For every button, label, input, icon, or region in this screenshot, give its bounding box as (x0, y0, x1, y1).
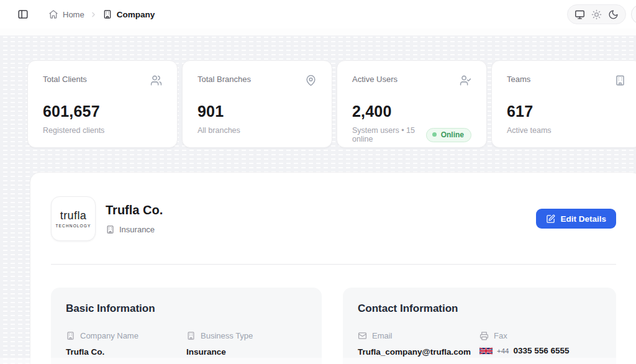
company-logo-wordmark: trufla (60, 210, 86, 221)
stat-title: Teams (507, 75, 530, 84)
stat-card-teams: Teams 617 Active teams (491, 60, 636, 148)
stat-value: 901 (198, 102, 317, 121)
divider (51, 264, 616, 265)
field-label-text: Email (372, 331, 393, 340)
users-icon (150, 75, 162, 86)
online-dot-icon (432, 132, 437, 137)
field-fax: Fax (479, 331, 601, 357)
field-email: Email Trufla_company@trufla.com (358, 331, 479, 357)
monitor-icon (575, 9, 585, 20)
field-company-name: Company Name Trufla Co. (66, 331, 186, 357)
stat-title: Active Users (352, 75, 398, 84)
breadcrumb-home-label: Home (63, 10, 84, 19)
theme-dark-button[interactable] (606, 7, 620, 22)
breadcrumb-current-label: Company (117, 10, 155, 19)
sidebar-toggle-button[interactable] (15, 6, 31, 22)
stat-card-total-branches: Total Branches 901 All branches (182, 60, 332, 148)
field-label-text: Fax (494, 331, 507, 340)
field-value-text: Trufla_company@trufla.com (358, 347, 479, 357)
field-label-text: Business Type (201, 331, 253, 340)
bottom-fade (0, 358, 636, 364)
building-icon (106, 225, 115, 234)
uk-flag-icon (479, 347, 493, 355)
building-icon (186, 331, 196, 340)
stat-card-active-users: Active Users 2,400 System users • 15 onl… (337, 60, 487, 148)
edit-pen-icon (546, 214, 555, 224)
user-check-icon (460, 75, 471, 86)
fax-country-code: +44 (497, 347, 509, 355)
contact-information-title: Contact Information (358, 303, 601, 315)
stat-title: Total Clients (43, 75, 87, 84)
theme-switcher (567, 4, 626, 24)
contact-information-card: Contact Information Email Trufla_company… (343, 288, 616, 364)
basic-information-card: Basic Information Company Name Trufla Co… (51, 288, 322, 364)
breadcrumb-home[interactable]: Home (48, 9, 84, 19)
edit-details-label: Edit Details (560, 214, 606, 224)
stat-value: 617 (507, 102, 626, 121)
printer-icon (479, 331, 489, 340)
stat-subtitle: System users • 15 online (352, 126, 420, 143)
mail-icon (358, 331, 367, 340)
chevron-right-icon (89, 11, 98, 19)
stat-title: Total Branches (198, 75, 251, 84)
theme-light-button[interactable] (589, 7, 604, 22)
sun-icon (591, 9, 602, 20)
breadcrumb: Home Company (48, 9, 155, 19)
company-header: trufla TECHNOLOGY Trufla Co. Insurance E… (51, 196, 616, 241)
company-logo: trufla TECHNOLOGY (51, 196, 96, 241)
top-bar-actions (567, 4, 626, 24)
building-icon (66, 331, 75, 340)
building-icon (102, 9, 112, 19)
edit-details-button[interactable]: Edit Details (536, 209, 616, 229)
panel-left-icon (17, 9, 29, 20)
stat-value: 2,400 (352, 102, 471, 121)
field-label-text: Company Name (80, 331, 139, 340)
top-bar: Home Company (0, 0, 636, 29)
field-value-text: Insurance (186, 347, 307, 357)
moon-icon (608, 9, 619, 20)
stat-value: 601,657 (43, 102, 162, 121)
company-logo-subtext: TECHNOLOGY (55, 224, 91, 228)
field-value-text: 0335 556 6555 (514, 346, 570, 355)
company-type-label: Insurance (119, 225, 155, 234)
theme-system-button[interactable] (573, 7, 587, 22)
home-icon (48, 9, 58, 19)
stats-row: Total Clients 601,657 Registered clients… (27, 60, 636, 148)
basic-information-title: Basic Information (66, 303, 307, 315)
stat-card-total-clients: Total Clients 601,657 Registered clients (27, 60, 178, 148)
stat-subtitle: Active teams (507, 126, 552, 135)
stat-subtitle: All branches (198, 126, 240, 135)
company-name: Trufla Co. (106, 203, 163, 217)
header-lower-strip (0, 29, 636, 35)
map-pin-icon (305, 75, 317, 86)
company-card: trufla TECHNOLOGY Trufla Co. Insurance E… (30, 172, 636, 364)
status-badge-online: Online (426, 128, 471, 142)
online-badge-label: Online (441, 130, 464, 139)
building-icon (614, 75, 626, 86)
stat-subtitle: Registered clients (43, 126, 104, 135)
field-business-type: Business Type Insurance (186, 331, 307, 357)
field-value-text: Trufla Co. (66, 347, 186, 357)
breadcrumb-current[interactable]: Company (102, 9, 155, 19)
